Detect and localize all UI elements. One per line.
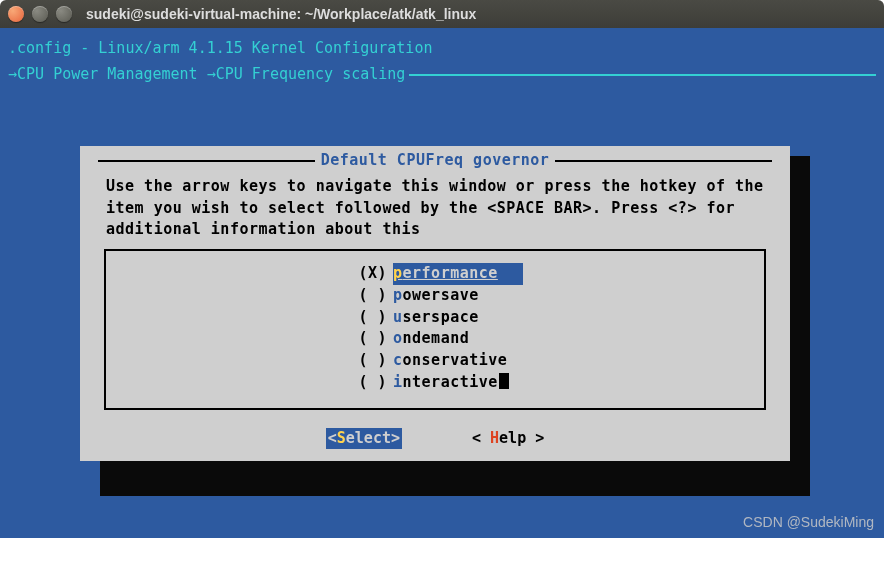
dialog-help-text: Use the arrow keys to navigate this wind… xyxy=(106,176,764,241)
arrow-icon: → xyxy=(8,64,17,86)
option-label: conservative xyxy=(393,350,523,372)
radio-mark: ( ) xyxy=(347,285,387,307)
governor-option-conservative[interactable]: ( )conservative xyxy=(106,350,764,372)
maximize-icon[interactable] xyxy=(56,6,72,22)
option-label: powersave xyxy=(393,285,523,307)
governor-option-userspace[interactable]: ( )userspace xyxy=(106,307,764,329)
window-title: sudeki@sudeki-virtual-machine: ~/Workpla… xyxy=(86,6,476,22)
dialog-buttons: <Select> < Help > xyxy=(98,428,772,450)
breadcrumb-1: CPU Power Management xyxy=(17,65,198,83)
governor-option-interactive[interactable]: ( )interactive xyxy=(106,372,764,394)
breadcrumb: →CPU Power Management →CPU Frequency sca… xyxy=(0,64,884,90)
governor-option-powersave[interactable]: ( )powersave xyxy=(106,285,764,307)
divider xyxy=(409,74,876,76)
titlebar: sudeki@sudeki-virtual-machine: ~/Workpla… xyxy=(0,0,884,28)
minimize-icon[interactable] xyxy=(32,6,48,22)
breadcrumb-2: CPU Frequency scaling xyxy=(216,65,406,83)
dialog-title-row: Default CPUFreq governor xyxy=(98,150,772,172)
governor-option-performance[interactable]: (X)performance xyxy=(106,263,764,285)
option-label: performance xyxy=(393,263,523,285)
radio-mark: ( ) xyxy=(347,350,387,372)
option-label: userspace xyxy=(393,307,523,329)
close-icon[interactable] xyxy=(8,6,24,22)
menuconfig-dialog: Default CPUFreq governor Use the arrow k… xyxy=(80,146,790,461)
watermark: CSDN @SudekiMing xyxy=(743,512,874,532)
config-line: .config - Linux/arm 4.1.15 Kernel Config… xyxy=(8,39,432,57)
governor-list[interactable]: (X)performance( )powersave( )userspace( … xyxy=(104,249,766,410)
terminal-area: .config - Linux/arm 4.1.15 Kernel Config… xyxy=(0,28,884,538)
option-label: ondemand xyxy=(393,328,523,350)
radio-mark: ( ) xyxy=(347,328,387,350)
help-button[interactable]: < Help > xyxy=(472,428,544,450)
option-label: interactive xyxy=(393,372,523,394)
radio-mark: ( ) xyxy=(347,372,387,394)
radio-mark: (X) xyxy=(347,263,387,285)
select-button[interactable]: <Select> xyxy=(326,428,402,450)
config-header: .config - Linux/arm 4.1.15 Kernel Config… xyxy=(0,28,884,64)
radio-mark: ( ) xyxy=(347,307,387,329)
dialog-title: Default CPUFreq governor xyxy=(315,150,556,172)
arrow-icon: → xyxy=(207,64,216,86)
governor-option-ondemand[interactable]: ( )ondemand xyxy=(106,328,764,350)
text-cursor xyxy=(499,373,509,389)
